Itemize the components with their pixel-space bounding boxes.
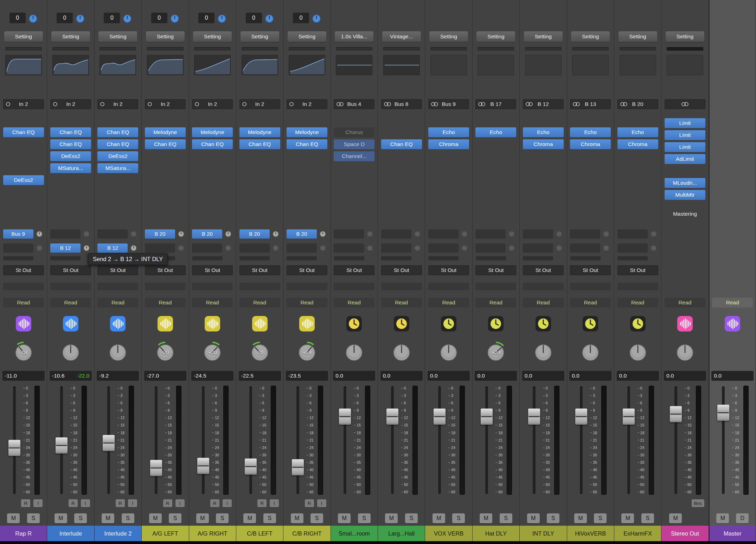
volume-display[interactable]: 0.0: [380, 371, 423, 381]
track-name[interactable]: C/B LEFT: [236, 526, 283, 541]
track-name[interactable]: Interlude: [47, 526, 94, 541]
record-arm-button[interactable]: R: [21, 499, 30, 507]
automation-mode-button[interactable]: Read: [50, 298, 91, 308]
send-slot[interactable]: [523, 243, 553, 253]
channel-setting-button[interactable]: Setting: [241, 31, 279, 42]
solo-button[interactable]: S: [74, 513, 87, 523]
send-slot[interactable]: [381, 229, 411, 239]
mute-button[interactable]: M: [149, 513, 162, 523]
input-slot[interactable]: In 2: [145, 99, 186, 109]
output-slot[interactable]: St Out: [381, 265, 422, 275]
mute-button[interactable]: M: [291, 513, 303, 523]
mute-button[interactable]: M: [669, 513, 682, 523]
volume-fader[interactable]: [481, 409, 493, 425]
input-slot[interactable]: In 2: [239, 99, 280, 109]
volume-display[interactable]: 0.0: [475, 371, 517, 381]
send-slot[interactable]: [381, 256, 411, 260]
mute-button[interactable]: M: [385, 513, 398, 523]
gain-knob[interactable]: [312, 14, 321, 23]
output-slot[interactable]: St Out: [428, 265, 469, 275]
send-slot[interactable]: [334, 229, 364, 239]
gain-knob[interactable]: [170, 14, 179, 23]
solo-button[interactable]: S: [27, 513, 40, 523]
automation-mode-button[interactable]: Read: [287, 298, 327, 308]
send-slot[interactable]: [3, 243, 33, 253]
send-level-knob[interactable]: [130, 245, 137, 252]
send-slot[interactable]: B 20: [192, 229, 222, 239]
eq-display[interactable]: [525, 55, 562, 75]
output-slot[interactable]: St Out: [50, 265, 91, 275]
fader-track[interactable]: [102, 386, 116, 495]
automation-mode-button[interactable]: Read: [239, 298, 280, 308]
group-slot[interactable]: [334, 283, 374, 290]
send-slot[interactable]: [334, 243, 364, 253]
output-slot[interactable]: St Out: [145, 265, 186, 275]
volume-display[interactable]: -23.5: [286, 371, 328, 381]
channel-setting-button[interactable]: Setting: [571, 31, 610, 42]
insert-slot[interactable]: Chan EQ: [381, 139, 422, 149]
insert-slot[interactable]: Melodyne: [145, 127, 186, 137]
gain-value[interactable]: 0: [151, 13, 167, 23]
track-name[interactable]: INT DLY: [520, 526, 566, 541]
volume-fader[interactable]: [386, 409, 398, 425]
track-icon[interactable]: [299, 316, 315, 332]
input-slot[interactable]: B 17: [475, 99, 516, 109]
volume-fader[interactable]: [528, 409, 540, 425]
send-slot[interactable]: [570, 243, 600, 253]
track-name[interactable]: A/G LEFT: [142, 526, 188, 541]
channel-setting-button[interactable]: Setting: [146, 31, 185, 42]
pan-knob[interactable]: -20: [248, 341, 271, 364]
fader-track[interactable]: [291, 386, 305, 495]
pan-knob[interactable]: [579, 341, 602, 364]
mute-button[interactable]: M: [574, 513, 587, 523]
group-slot[interactable]: [239, 283, 280, 290]
eq-display[interactable]: [52, 55, 89, 75]
volume-display[interactable]: 0.0: [428, 371, 470, 381]
track-icon[interactable]: [582, 316, 598, 332]
track-icon[interactable]: [724, 316, 741, 332]
insert-slot[interactable]: DeEss2: [3, 175, 44, 185]
insert-slot[interactable]: Chroma: [570, 139, 611, 149]
gain-value[interactable]: 0: [9, 13, 26, 23]
input-slot[interactable]: B 13: [570, 99, 611, 109]
volume-fader[interactable]: [245, 458, 257, 475]
group-slot[interactable]: [145, 283, 186, 290]
dim-button[interactable]: D: [736, 513, 749, 523]
record-arm-button[interactable]: R: [257, 499, 267, 507]
send-slot[interactable]: [192, 243, 222, 253]
send-slot[interactable]: [617, 256, 648, 260]
volume-display[interactable]: -24.5: [191, 371, 233, 381]
send-slot[interactable]: [523, 229, 553, 239]
input-slot[interactable]: In 2: [3, 99, 44, 109]
mute-button[interactable]: M: [338, 513, 351, 523]
pan-knob[interactable]: [626, 341, 649, 364]
eq-display[interactable]: [572, 55, 609, 75]
fader-track[interactable]: [433, 386, 447, 495]
group-slot[interactable]: [570, 283, 611, 290]
group-slot[interactable]: [3, 283, 44, 290]
input-slot[interactable]: In 2: [192, 99, 233, 109]
input-monitor-button[interactable]: I: [317, 499, 326, 507]
mute-button[interactable]: M: [55, 513, 67, 523]
input-slot[interactable]: In 2: [50, 99, 91, 109]
group-slot[interactable]: [97, 283, 138, 290]
track-icon[interactable]: [535, 316, 551, 332]
input-monitor-button[interactable]: I: [128, 499, 137, 507]
track-icon[interactable]: [15, 316, 32, 332]
send-slot[interactable]: [428, 229, 459, 239]
fader-track[interactable]: [480, 386, 494, 495]
insert-slot[interactable]: Chroma: [617, 139, 658, 149]
output-slot[interactable]: St Out: [3, 265, 44, 275]
input-slot[interactable]: Bus 9: [428, 99, 469, 109]
volume-display[interactable]: 0.0: [569, 371, 611, 381]
volume-fader[interactable]: [103, 435, 115, 451]
send-level-knob[interactable]: [83, 245, 90, 252]
automation-mode-button[interactable]: Read: [428, 298, 469, 308]
insert-slot[interactable]: Echo: [475, 127, 516, 137]
track-icon[interactable]: [393, 316, 410, 332]
pan-knob[interactable]: [390, 341, 413, 364]
automation-mode-button[interactable]: Read: [3, 298, 44, 308]
gain-value[interactable]: 0: [104, 13, 120, 23]
mute-button[interactable]: M: [196, 513, 209, 523]
insert-slot[interactable]: Limit: [665, 142, 705, 152]
